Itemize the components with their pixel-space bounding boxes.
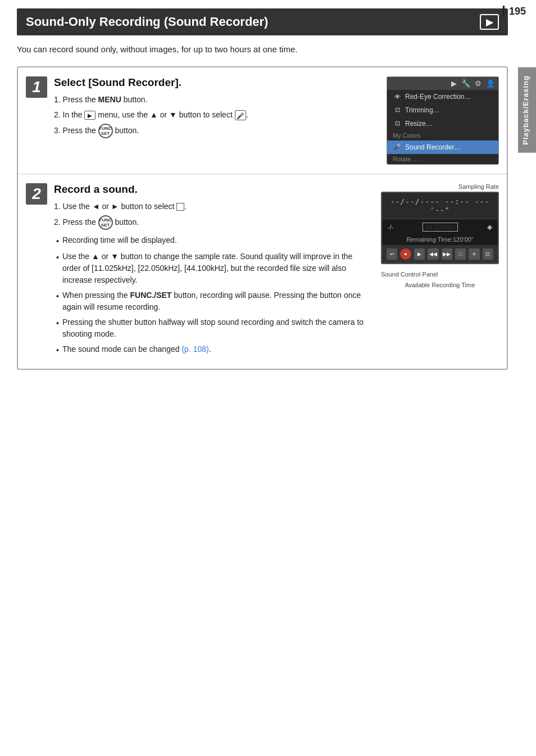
record-screenshot: --/--/---- --:-- ---'--" -/- 44.100kHz ◆…	[381, 192, 499, 264]
callout-container: Sound Control Panel Available Recording …	[381, 269, 499, 288]
select-square-icon	[176, 203, 184, 211]
steps-box: 1 Select [Sound Recorder]. 1. Press the …	[17, 66, 508, 370]
menu-item-mycolors: My Colors	[387, 130, 498, 141]
elapsed-label: -/-	[388, 224, 393, 230]
adjust-arrows: ◆	[487, 223, 492, 231]
step-1-instructions: Select [Sound Recorder]. 1. Press the ME…	[54, 76, 378, 142]
bullet-list: • Recording time will be displayed. • Us…	[54, 234, 372, 356]
bullet-dot-4: •	[56, 318, 59, 340]
menu-topbar: ▶ 🔧 ⚙ 👤	[387, 77, 498, 90]
sidebar-tab: Playback/Erasing	[518, 67, 536, 153]
topbar-icon-4: 👤	[486, 79, 495, 88]
step-1-title: Select [Sound Recorder].	[54, 76, 378, 89]
sound-control-label: Sound Control Panel	[381, 271, 499, 278]
bullet-dot-1: •	[56, 236, 59, 247]
step-2-line-1: 1. Use the ◄ or ► button to select .	[54, 200, 372, 212]
step-1-line-3: 3. Press the FUNCSET button.	[54, 124, 378, 138]
next-ctrl: ▶▶	[442, 248, 452, 260]
menu-bold: MENU	[98, 95, 121, 104]
step-1: 1 Select [Sound Recorder]. 1. Press the …	[18, 67, 507, 174]
available-time-label: Available Recording Time	[381, 282, 499, 288]
func-set-bold: FUNC./SET	[130, 291, 172, 300]
step-1-body: 1. Press the MENU button. 2. In the ▶ me…	[54, 93, 378, 139]
resize-icon: ⊡	[393, 120, 402, 127]
playback-icon: ▶	[480, 14, 499, 30]
step-1-line-1: 1. Press the MENU button.	[54, 93, 378, 106]
topbar-icon-1: ▶	[451, 79, 457, 88]
menu-item-trimming-label: Trimming…	[405, 106, 440, 114]
step-2-body: 1. Use the ◄ or ► button to select . 2. …	[54, 200, 372, 230]
bullet-item-4: • Pressing the shutter button halfway wi…	[56, 316, 372, 340]
list-ctrl: ⊡	[483, 248, 493, 260]
remaining-time: Remaining Time:120'00"	[382, 235, 498, 245]
prev-ctrl: ◀◀	[428, 248, 438, 260]
sound-recorder-icon: 🎤	[393, 143, 402, 151]
bullet-item-2: • Use the ▲ or ▼ button to change the sa…	[56, 251, 372, 286]
func-set-button-1: FUNCSET	[98, 124, 113, 138]
topbar-icon-2: 🔧	[461, 79, 470, 88]
bullet-text-3: When pressing the FUNC./SET button, reco…	[62, 289, 372, 313]
menu-item-sound-recorder: 🎤 Sound Recorder…	[387, 141, 498, 154]
step-2-line-2: 2. Press the FUNCSET button.	[54, 215, 372, 230]
page-number: 195	[503, 6, 526, 17]
step-2-title: Record a sound.	[54, 183, 372, 196]
menu-item-resize: ⊡ Resize…	[387, 117, 498, 130]
bullet-dot-5: •	[56, 345, 59, 356]
step-2-number: 2	[26, 183, 47, 205]
intro-text: You can record sound only, without image…	[17, 43, 508, 56]
menu-item-red-eye-label: Red-Eye Correction…	[405, 93, 471, 101]
record-controls: ↩ ● ▶ ◀◀ ▶▶ □ ≡ ⊡	[382, 245, 498, 263]
playback-menu-icon: ▶	[84, 111, 96, 120]
bullet-text-4: Pressing the shutter button halfway will…	[62, 316, 372, 340]
title-bar: Sound-Only Recording (Sound Recorder) ▶	[17, 8, 508, 35]
step-2-instructions: Record a sound. 1. Use the ◄ or ► button…	[54, 183, 372, 360]
menu-item-rotate: Rotate…	[387, 154, 498, 164]
record-ctrl: ●	[400, 248, 411, 260]
sampling-rate-label: Sampling Rate	[381, 183, 499, 190]
bullet-text-1: Recording time will be displayed.	[62, 234, 177, 247]
rate-box: 44.100kHz	[423, 223, 458, 232]
step-1-number: 1	[26, 76, 47, 98]
record-image-section: Sampling Rate --/--/---- --:-- ---'--" -…	[381, 183, 499, 288]
record-display: --/--/---- --:-- ---'--"	[382, 193, 498, 219]
rewind-ctrl: ↩	[387, 248, 397, 260]
menu-ctrl: ≡	[469, 248, 479, 260]
sound-icon: 🎤	[235, 110, 246, 120]
bullet-item-3: • When pressing the FUNC./SET button, re…	[56, 289, 372, 313]
menu-screenshot: ▶ 🔧 ⚙ 👤 👁 Red-Eye Correction… ⊡	[387, 76, 499, 165]
stop-ctrl: □	[455, 248, 466, 260]
play-ctrl: ▶	[414, 248, 425, 260]
bullet-dot-2: •	[56, 252, 59, 286]
step-2-content: Record a sound. 1. Use the ◄ or ► button…	[54, 183, 499, 360]
trimming-icon: ⊡	[393, 106, 402, 114]
menu-item-red-eye: 👁 Red-Eye Correction…	[387, 90, 498, 103]
title-text: Sound-Only Recording (Sound Recorder)	[26, 15, 268, 29]
step-2: 2 Record a sound. 1. Use the ◄ or ► butt…	[18, 174, 507, 369]
red-eye-icon: 👁	[393, 93, 402, 100]
bullet-item-1: • Recording time will be displayed.	[56, 234, 372, 247]
page-link[interactable]: (p. 108)	[181, 345, 208, 354]
bullet-dot-3: •	[56, 291, 59, 313]
bullet-item-5: • The sound mode can be changed (p. 108)…	[56, 343, 372, 356]
step-1-image: ▶ 🔧 ⚙ 👤 👁 Red-Eye Correction… ⊡	[387, 76, 499, 165]
menu-item-sound-recorder-label: Sound Recorder…	[405, 143, 461, 151]
menu-item-trimming: ⊡ Trimming…	[387, 103, 498, 117]
record-info-row: -/- 44.100kHz ◆	[382, 219, 498, 235]
bullet-text-2: Use the ▲ or ▼ button to change the samp…	[62, 251, 372, 286]
step-1-line-2: 2. In the ▶ menu, use the ▲ or ▼ button …	[54, 108, 378, 121]
step-1-num-1: 1.	[54, 95, 63, 104]
menu-item-resize-label: Resize…	[405, 120, 433, 128]
bullet-text-5: The sound mode can be changed (p. 108).	[62, 343, 211, 356]
step-1-content: Select [Sound Recorder]. 1. Press the ME…	[54, 76, 499, 165]
topbar-icon-3: ⚙	[475, 79, 482, 88]
func-set-button-2: FUNCSET	[98, 215, 113, 230]
